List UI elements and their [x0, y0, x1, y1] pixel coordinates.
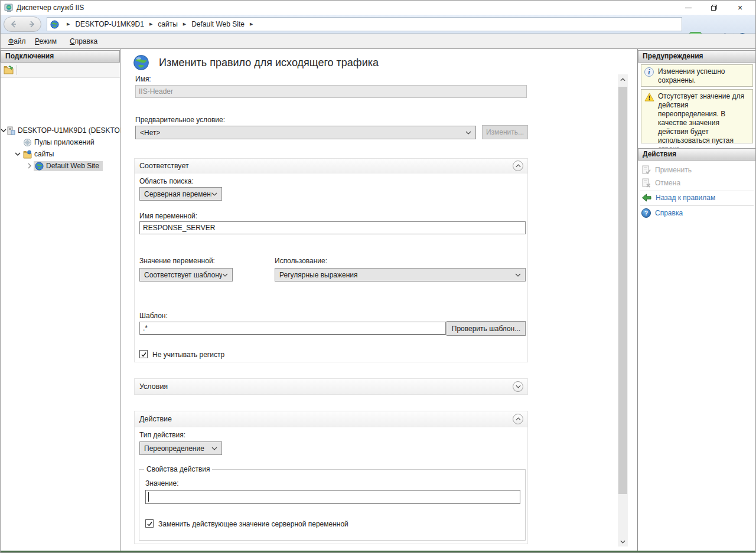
minimize-button[interactable]: [676, 1, 700, 15]
checkmark-icon: [146, 521, 153, 527]
action-section-header[interactable]: Действие: [135, 411, 527, 427]
chevron-down-icon: [515, 384, 522, 389]
chevron-right-icon[interactable]: [27, 163, 32, 169]
forward-icon[interactable]: [28, 20, 36, 28]
back-to-rules-label: Назад к правилам: [656, 194, 715, 202]
iis-app-icon: [4, 3, 14, 13]
action-section-title: Действие: [139, 415, 172, 423]
tree-item-app-pools[interactable]: Пулы приложений: [1, 136, 120, 148]
breadcrumb-separator-icon: ▶: [183, 22, 186, 27]
close-button[interactable]: ×: [728, 1, 752, 15]
main-content: Изменить правило для исходящего трафика …: [121, 49, 637, 551]
match-section-header[interactable]: Соответствует: [135, 159, 527, 174]
collapse-button[interactable]: [513, 161, 523, 171]
ignore-case-checkbox[interactable]: [139, 350, 148, 358]
navigation-buttons: [4, 17, 41, 32]
info-icon: i: [644, 67, 654, 77]
server-icon: [6, 126, 15, 135]
tree-item-default-web-site[interactable]: Default Web Site: [1, 160, 120, 172]
replace-value-label[interactable]: Заменить действующее значение серверной …: [158, 520, 348, 528]
connections-toolbar: [1, 63, 120, 78]
apply-label: Применить: [655, 166, 692, 174]
tree-item-label: Default Web Site: [46, 162, 99, 170]
alerts-header: Предупреждения: [638, 50, 756, 63]
chevron-up-icon: [620, 78, 625, 81]
precondition-select[interactable]: <Нет>: [135, 126, 476, 139]
breadcrumb-default-web-site[interactable]: Default Web Site: [191, 20, 245, 28]
save-connections-icon[interactable]: [4, 65, 14, 75]
conditions-section-header[interactable]: Условия: [135, 379, 527, 394]
cancel-action: Отмена: [641, 178, 680, 188]
chevron-down-icon[interactable]: [1, 127, 6, 133]
iis-manager-window: Диспетчер служб IIS × ▶ DESKTOP-U1MK9D1 …: [0, 0, 756, 553]
replace-value-checkbox[interactable]: [145, 519, 154, 528]
restore-button[interactable]: [702, 1, 726, 15]
page-globe-icon: [133, 54, 149, 71]
chevron-down-icon: [211, 446, 217, 451]
title-bar: Диспетчер служб IIS ×: [1, 1, 755, 15]
page-title: Изменить правило для исходящего трафика: [159, 57, 379, 69]
chevron-down-icon[interactable]: [15, 151, 21, 157]
using-select[interactable]: Регулярные выражения: [275, 268, 526, 282]
match-section-title: Соответствует: [139, 162, 189, 170]
window-title: Диспетчер служб IIS: [17, 4, 84, 12]
conditions-section-title: Условия: [139, 382, 168, 391]
cancel-icon: [641, 178, 651, 188]
breadcrumb-server[interactable]: DESKTOP-U1MK9D1: [75, 20, 144, 28]
toolbar-separator: [17, 65, 17, 75]
scroll-down-button[interactable]: [618, 536, 628, 547]
checkmark-icon: [141, 351, 147, 358]
chevron-down-icon: [620, 540, 625, 544]
actions-header: Действия: [638, 148, 756, 161]
separator: [640, 191, 754, 191]
variable-name-label: Имя переменной:: [139, 212, 197, 220]
breadcrumb-separator-icon: ▶: [67, 22, 70, 27]
edit-precondition-button: Изменить...: [482, 125, 528, 139]
variable-value-label: Значение переменной:: [139, 257, 215, 265]
help-action[interactable]: ? Справка: [641, 208, 683, 218]
menu-view[interactable]: Режим: [35, 37, 57, 45]
test-pattern-button[interactable]: Проверить шаблон...: [447, 321, 526, 336]
chevron-up-icon: [515, 163, 522, 168]
variable-value-select[interactable]: Соответствует шаблону: [139, 268, 233, 282]
back-to-rules-action[interactable]: Назад к правилам: [641, 192, 715, 203]
variable-name-input[interactable]: [139, 221, 526, 234]
right-panel: Предупреждения i Изменения успешно сохра…: [637, 49, 756, 551]
alert-warning: Отсутствует значение для действия переоп…: [641, 89, 753, 143]
back-icon[interactable]: [9, 20, 18, 28]
name-input: [135, 85, 527, 98]
ignore-case-label[interactable]: Не учитывать регистр: [152, 351, 224, 359]
scroll-up-button[interactable]: [618, 74, 628, 84]
action-value-label: Значение:: [145, 479, 179, 487]
tree-item-server[interactable]: DESKTOP-U1MK9D1 (DESKTOP: [1, 125, 120, 136]
name-label: Имя:: [135, 75, 151, 83]
scope-select[interactable]: Серверная переменн: [139, 187, 222, 201]
menu-help[interactable]: Справка: [70, 37, 97, 45]
precondition-label: Предварительное условие:: [135, 116, 225, 124]
tree-item-label: DESKTOP-U1MK9D1 (DESKTOP: [18, 126, 120, 135]
sites-folder-icon: [23, 150, 32, 159]
alert-info: i Изменения успешно сохранены.: [641, 64, 753, 87]
action-type-select[interactable]: Переопределение: [139, 441, 222, 455]
alert-text: Отсутствует значение для действия переоп…: [658, 92, 744, 153]
breadcrumb-separator-icon: ▶: [149, 22, 152, 27]
breadcrumb-sites[interactable]: сайты: [158, 20, 178, 28]
site-globe-icon: [35, 162, 44, 171]
vertical-scrollbar[interactable]: [618, 74, 628, 547]
collapse-button[interactable]: [513, 414, 523, 424]
apply-action: Применить: [641, 165, 692, 175]
chevron-down-icon: [211, 191, 217, 197]
help-label: Справка: [655, 209, 683, 217]
expand-button[interactable]: [513, 381, 523, 392]
tree-item-sites[interactable]: сайты: [1, 148, 120, 160]
selected-tree-item[interactable]: Default Web Site: [34, 161, 103, 171]
menu-file[interactable]: Файл: [8, 37, 26, 45]
scrollbar-thumb[interactable]: [618, 87, 627, 494]
pattern-input[interactable]: [139, 322, 446, 335]
chevron-down-icon: [465, 130, 471, 136]
connections-header: Подключения: [1, 50, 120, 63]
chevron-down-icon: [222, 272, 228, 278]
action-value-input[interactable]: [145, 490, 520, 504]
match-section: Соответствует Область поиска: Серверная …: [134, 158, 528, 362]
scope-label: Область поиска:: [139, 177, 194, 185]
